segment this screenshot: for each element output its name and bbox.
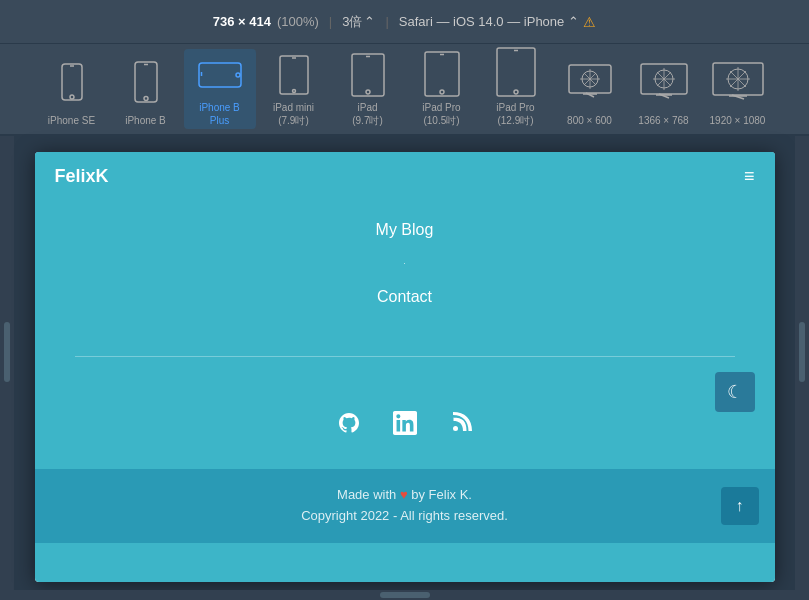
device-800x600-label: 800 × 600 (567, 114, 612, 127)
scroll-right[interactable] (795, 136, 809, 600)
iphone-se-icon (61, 53, 83, 110)
scroll-left[interactable] (0, 136, 14, 600)
device-selector: iPhone SE iPhone B iPhone BPlus (0, 44, 809, 136)
svg-point-13 (366, 90, 370, 94)
device-iphone-se[interactable]: iPhone SE (36, 49, 108, 129)
ipad-icon (351, 53, 385, 97)
svg-point-10 (292, 90, 295, 93)
device-1366x768[interactable]: 1366 × 768 (628, 49, 700, 129)
device-iphone-b-plus[interactable]: iPhone BPlus (184, 49, 256, 129)
nav-link-contact[interactable]: Contact (377, 288, 432, 306)
toolbar: 736 × 414 (100%) | 3倍 ⌃ | Safari — iOS 1… (0, 0, 809, 44)
iphone-b-plus-icon (198, 53, 242, 97)
device-ipad-pro-129[interactable]: iPad Pro(12.9吋) (480, 49, 552, 129)
footer-text: Made with ♥ by Felix K. Copyright 2022 -… (51, 485, 759, 527)
svg-rect-9 (280, 56, 308, 94)
site-footer: Made with ♥ by Felix K. Copyright 2022 -… (35, 469, 775, 543)
device-800x600[interactable]: 800 × 600 (554, 49, 626, 129)
iphone-b-icon (134, 53, 158, 110)
device-ipad-mini[interactable]: iPad mini(7.9吋) (258, 49, 330, 129)
bottom-scroll-thumb (380, 592, 430, 598)
device-iphone-b[interactable]: iPhone B (110, 49, 182, 129)
svg-rect-18 (497, 48, 535, 96)
browser-info[interactable]: Safari — iOS 14.0 — iPhone ⌃ ⚠ (399, 14, 596, 30)
scroll-thumb-left (4, 322, 10, 382)
800x600-icon (568, 53, 612, 110)
scroll-thumb-right (799, 322, 805, 382)
preview-area: FelixK ≡ My Blog · Contact ☾ (0, 136, 809, 600)
moon-icon: ☾ (727, 381, 743, 403)
copyright-text: Copyright 2022 - All rights reserved. (301, 508, 508, 523)
social-bar (35, 387, 775, 469)
bottom-scrollbar[interactable] (0, 590, 809, 600)
github-icon[interactable] (333, 407, 365, 439)
heart-icon: ♥ (400, 487, 408, 502)
nav-link-blog[interactable]: My Blog (376, 221, 434, 239)
device-ipad[interactable]: iPad(9.7吋) (332, 49, 404, 129)
svg-point-5 (144, 96, 148, 100)
arrow-up-icon: ↑ (736, 497, 744, 515)
menu-dot: · (403, 259, 405, 268)
ipad-pro-105-icon (424, 51, 460, 97)
svg-point-19 (514, 90, 518, 94)
device-1920x1080-label: 1920 × 1080 (710, 114, 766, 127)
device-ipad-label: iPad(9.7吋) (352, 101, 383, 127)
device-ipad-pro-129-label: iPad Pro(12.9吋) (496, 101, 534, 127)
blog-icon[interactable] (445, 407, 477, 439)
svg-point-8 (236, 73, 240, 77)
zoom-percent: (100%) (277, 14, 319, 29)
device-ipad-mini-label: iPad mini(7.9吋) (273, 101, 314, 127)
warning-icon: ⚠ (583, 14, 596, 30)
1920x1080-icon (712, 53, 764, 110)
ipad-mini-icon (279, 53, 309, 97)
divider2: | (385, 14, 388, 29)
site-logo: FelixK (55, 166, 109, 187)
hamburger-menu[interactable]: ≡ (744, 166, 755, 187)
site-content: FelixK ≡ My Blog · Contact ☾ (35, 152, 775, 582)
svg-point-16 (440, 90, 444, 94)
divider1: | (329, 14, 332, 29)
phone-frame: FelixK ≡ My Blog · Contact ☾ (35, 152, 775, 582)
site-divider (75, 356, 735, 357)
toolbar-info: 736 × 414 (100%) | 3倍 ⌃ | Safari — iOS 1… (213, 13, 597, 31)
device-1920x1080[interactable]: 1920 × 1080 (702, 49, 774, 129)
dimensions-label: 736 × 414 (213, 14, 271, 29)
ipad-pro-129-icon (496, 47, 536, 97)
device-1366x768-label: 1366 × 768 (638, 114, 688, 127)
linkedin-icon[interactable] (389, 407, 421, 439)
dark-mode-toggle[interactable]: ☾ (715, 372, 755, 412)
zoom-level[interactable]: 3倍 ⌃ (342, 13, 375, 31)
device-ipad-pro-105[interactable]: iPad Pro(10.5吋) (406, 49, 478, 129)
device-ipad-pro-105-label: iPad Pro(10.5吋) (422, 101, 460, 127)
svg-point-2 (70, 95, 74, 99)
svg-point-45 (453, 426, 458, 431)
svg-rect-6 (199, 63, 241, 87)
device-iphone-b-label: iPhone B (125, 114, 166, 127)
site-nav: FelixK ≡ (35, 152, 775, 201)
device-iphone-b-plus-label: iPhone BPlus (199, 101, 240, 127)
1366x768-icon (640, 53, 688, 110)
site-menu: My Blog · Contact (35, 201, 775, 326)
scroll-top-button[interactable]: ↑ (721, 487, 759, 525)
device-iphone-se-label: iPhone SE (48, 114, 95, 127)
